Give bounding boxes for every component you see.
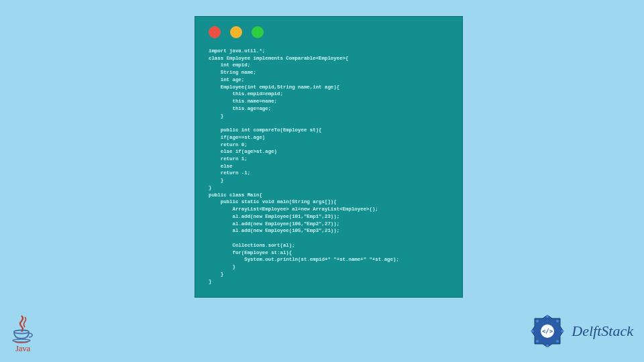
delftstack-label: DelftStack	[572, 322, 633, 340]
svg-point-1	[13, 339, 30, 342]
close-dot[interactable]	[209, 26, 221, 38]
delftstack-logo: </> DelftStack	[529, 312, 633, 350]
minimize-dot[interactable]	[230, 26, 242, 38]
svg-point-5	[561, 330, 564, 333]
svg-point-7	[546, 345, 549, 347]
svg-point-4	[556, 320, 559, 322]
maximize-dot[interactable]	[252, 26, 264, 38]
java-label: Java	[15, 343, 30, 354]
svg-point-6	[556, 340, 559, 343]
java-cup-icon	[12, 329, 34, 344]
code-window: import java.util.*; class Employee imple…	[195, 16, 463, 298]
java-logo: Java	[12, 314, 34, 354]
svg-point-9	[531, 330, 534, 333]
svg-point-10	[536, 320, 539, 322]
svg-point-3	[546, 315, 549, 318]
window-dots	[209, 26, 449, 38]
svg-point-0	[14, 330, 29, 334]
svg-text:</>: </>	[542, 328, 553, 335]
svg-point-8	[536, 340, 539, 343]
delftstack-icon: </>	[529, 312, 566, 350]
code-block: import java.util.*; class Employee imple…	[209, 48, 449, 285]
